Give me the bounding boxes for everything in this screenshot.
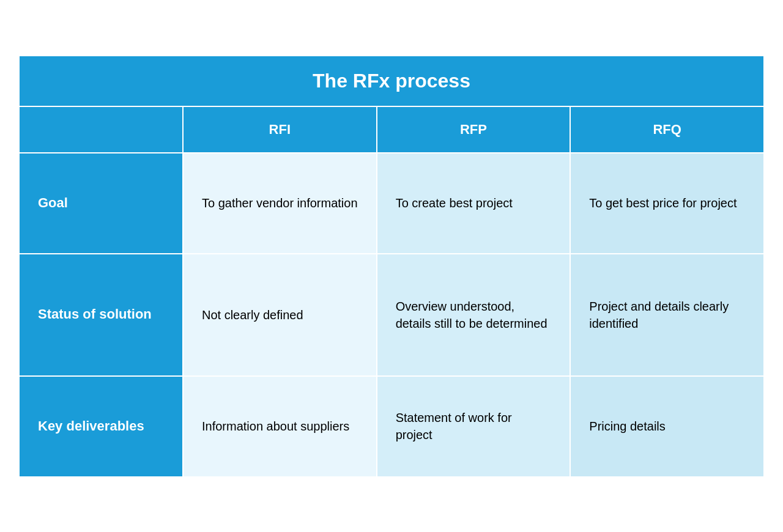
- row-status: Status of solution Not clearly defined O…: [19, 254, 764, 376]
- goal-rfi-cell: To gather vendor information: [183, 153, 377, 254]
- goal-label: Goal: [19, 153, 183, 254]
- status-rfq-cell: Project and details clearly identified: [570, 254, 764, 376]
- status-rfi-cell: Not clearly defined: [183, 254, 377, 376]
- deliverables-rfi-cell: Information about suppliers: [183, 376, 377, 477]
- header-rfp: RFP: [377, 106, 571, 153]
- title-text: The RFx process: [313, 70, 470, 92]
- status-label: Status of solution: [19, 254, 183, 376]
- column-header-row: RFI RFP RFQ: [19, 106, 764, 153]
- header-empty-cell: [19, 106, 183, 153]
- deliverables-label: Key deliverables: [19, 376, 183, 477]
- status-rfp-cell: Overview understood, details still to be…: [377, 254, 571, 376]
- header-rfi: RFI: [183, 106, 377, 153]
- table-title: The RFx process: [19, 56, 764, 106]
- rfx-process-container: The RFx process RFI RFP RFQ Goal To gath…: [18, 55, 765, 478]
- title-row: The RFx process: [19, 56, 764, 106]
- row-goal: Goal To gather vendor information To cre…: [19, 153, 764, 254]
- deliverables-rfp-cell: Statement of work for project: [377, 376, 571, 477]
- header-rfq: RFQ: [570, 106, 764, 153]
- rfx-table: The RFx process RFI RFP RFQ Goal To gath…: [18, 55, 765, 478]
- deliverables-rfq-cell: Pricing details: [570, 376, 764, 477]
- goal-rfq-cell: To get best price for project: [570, 153, 764, 254]
- row-deliverables: Key deliverables Information about suppl…: [19, 376, 764, 477]
- goal-rfp-cell: To create best project: [377, 153, 571, 254]
